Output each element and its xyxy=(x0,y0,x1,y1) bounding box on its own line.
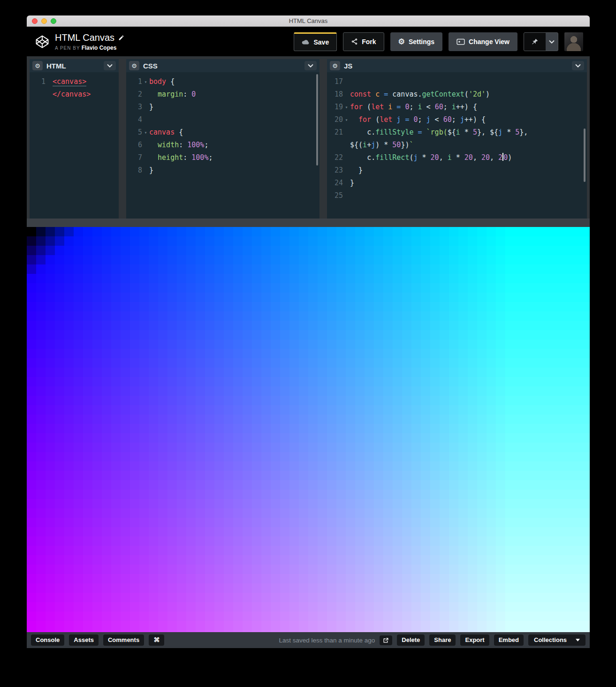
code-line[interactable]: 2 margin: 0 xyxy=(128,88,319,101)
collections-dropdown[interactable]: Collections xyxy=(528,634,586,646)
app-header: HTML Canvas A PEN BY Flavio Copes xyxy=(27,27,590,56)
editor-preview-resize-handle[interactable] xyxy=(27,219,590,227)
code-line[interactable]: </canvas> xyxy=(31,88,119,101)
js-panel-header: ⚙ JS xyxy=(327,59,587,72)
css-code-editor[interactable]: 1▾body {2 margin: 03}45▾canvas {6 width:… xyxy=(126,72,319,219)
code-line[interactable]: 3} xyxy=(128,101,319,113)
command-shortcuts-button[interactable]: ⌘ xyxy=(149,634,164,646)
author-name[interactable]: Flavio Copes xyxy=(82,45,117,51)
code-line[interactable]: 6 width: 100%; xyxy=(128,139,319,151)
footer-bar: Console Assets Comments ⌘ Last saved les… xyxy=(27,632,590,648)
assets-button[interactable]: Assets xyxy=(69,634,99,646)
delete-button[interactable]: Delete xyxy=(397,634,425,646)
byline: A PEN BY Flavio Copes xyxy=(55,45,124,51)
share-button[interactable]: Share xyxy=(429,634,456,646)
console-button[interactable]: Console xyxy=(31,634,64,646)
code-line[interactable]: 18const c = canvas.getContext('2d') xyxy=(329,88,587,101)
js-collapse-chevron-icon[interactable] xyxy=(572,61,584,70)
html-collapse-chevron-icon[interactable] xyxy=(104,61,116,70)
html-settings-gear-icon[interactable]: ⚙ xyxy=(32,61,43,70)
code-line[interactable]: 17 xyxy=(329,75,587,88)
css-settings-gear-icon[interactable]: ⚙ xyxy=(129,61,139,70)
change-view-label: Change View xyxy=(469,38,510,45)
brand: HTML Canvas A PEN BY Flavio Copes xyxy=(35,32,124,51)
save-label: Save xyxy=(313,38,329,46)
pen-title: HTML Canvas xyxy=(55,32,114,43)
fold-arrow-icon[interactable]: ▾ xyxy=(343,101,350,113)
avatar[interactable] xyxy=(564,32,583,51)
code-line[interactable]: 4 xyxy=(128,113,319,126)
code-line[interactable]: 8} xyxy=(128,164,319,177)
css-panel-header: ⚙ CSS xyxy=(126,59,319,72)
html-panel-title: HTML xyxy=(46,62,66,70)
css-editor-panel: ⚙ CSS 1▾body {2 margin: 03}45▾canvas {6 … xyxy=(126,59,319,219)
css-scrollbar[interactable] xyxy=(316,74,318,166)
cloud-icon xyxy=(302,39,310,45)
open-live-view-button[interactable] xyxy=(380,635,392,645)
code-line[interactable]: ${(i+j) * 50})` xyxy=(329,139,587,151)
last-saved-status: Last saved less than a minute ago xyxy=(279,637,375,644)
js-scrollbar[interactable] xyxy=(584,128,586,182)
save-button[interactable]: Save xyxy=(294,32,337,51)
pin-button-group xyxy=(524,32,558,51)
js-code-editor[interactable]: 1718const c = canvas.getContext('2d')19▾… xyxy=(327,72,587,219)
html-panel-header: ⚙ HTML xyxy=(30,59,119,72)
css-panel-title: CSS xyxy=(143,62,158,70)
js-panel-title: JS xyxy=(344,62,352,70)
preview-canvas xyxy=(27,227,590,632)
gear-icon: ⚙ xyxy=(398,38,405,45)
pen-meta: HTML Canvas A PEN BY Flavio Copes xyxy=(55,32,124,51)
preview-pane xyxy=(27,227,590,632)
code-line[interactable]: 1<canvas> xyxy=(31,75,119,88)
fork-icon xyxy=(351,38,358,45)
code-line[interactable]: 1▾body { xyxy=(128,75,319,88)
html-editor-panel: ⚙ HTML 1<canvas></canvas> xyxy=(30,59,119,219)
code-line[interactable]: 25 xyxy=(329,189,587,202)
code-line[interactable]: 21 c.fillStyle = `rgb(${i * 5}, ${j * 5}… xyxy=(329,126,587,139)
code-line[interactable]: 19▾for (let i = 0; i < 60; i++) { xyxy=(329,101,587,113)
pushpin-icon xyxy=(531,38,539,46)
code-line[interactable]: 20▾ for (let j = 0; j < 60; j++) { xyxy=(329,113,587,126)
code-line[interactable]: 7 height: 100%; xyxy=(128,151,319,164)
window-title: HTML Canvas xyxy=(27,17,590,24)
js-editor-panel: ⚙ JS 1718const c = canvas.getContext('2d… xyxy=(327,59,587,219)
change-view-button[interactable]: Change View xyxy=(449,32,517,51)
settings-label: Settings xyxy=(409,38,434,45)
header-actions: Save Fork ⚙ Settings xyxy=(294,32,583,51)
collections-label: Collections xyxy=(534,636,567,644)
pin-dropdown-button[interactable] xyxy=(546,33,558,51)
pin-button[interactable] xyxy=(524,33,546,51)
fold-arrow-icon[interactable]: ▾ xyxy=(142,126,149,139)
fold-arrow-icon[interactable]: ▾ xyxy=(142,75,149,88)
html-code-editor[interactable]: 1<canvas></canvas> xyxy=(30,72,119,219)
editor-panels: ⚙ HTML 1<canvas></canvas> ⚙ CSS 1▾body {… xyxy=(27,56,590,219)
settings-button[interactable]: ⚙ Settings xyxy=(390,32,443,51)
titlebar: HTML Canvas xyxy=(27,15,590,27)
desktop: { "window": { "titlebar_title": "HTML Ca… xyxy=(0,0,616,687)
css-collapse-chevron-icon[interactable] xyxy=(304,61,317,70)
export-button[interactable]: Export xyxy=(460,634,489,646)
fold-arrow-icon[interactable]: ▾ xyxy=(343,113,350,126)
code-line[interactable]: 5▾canvas { xyxy=(128,126,319,139)
js-settings-gear-icon[interactable]: ⚙ xyxy=(330,61,340,70)
view-icon xyxy=(456,38,465,45)
code-line[interactable]: 23 } xyxy=(329,164,587,177)
codepen-window: HTML Canvas HTML Canvas xyxy=(27,15,590,648)
comments-button[interactable]: Comments xyxy=(103,634,144,646)
byline-prefix: A PEN BY xyxy=(55,45,80,51)
fork-label: Fork xyxy=(362,38,376,45)
edit-title-pencil-icon[interactable] xyxy=(118,35,124,41)
fork-button[interactable]: Fork xyxy=(343,32,384,51)
codepen-logo-icon[interactable] xyxy=(35,35,49,49)
code-line[interactable]: 22 c.fillRect(j * 20, i * 20, 20, 20) xyxy=(329,151,587,164)
code-line[interactable]: 24} xyxy=(329,177,587,189)
embed-button[interactable]: Embed xyxy=(494,634,524,646)
